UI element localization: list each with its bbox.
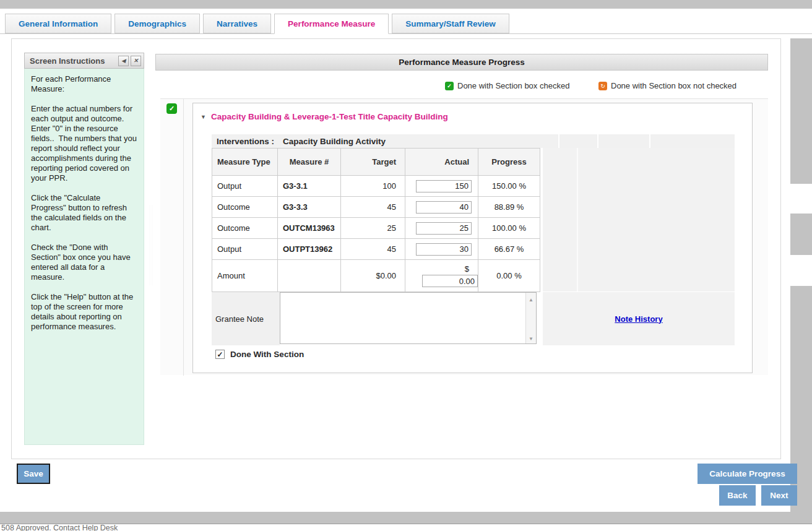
grantee-note-textarea[interactable] bbox=[280, 293, 525, 343]
status-column-divider bbox=[183, 99, 184, 376]
note-history-link[interactable]: Note History bbox=[615, 314, 662, 324]
main-panel-header: Performance Measure Progress bbox=[155, 54, 768, 71]
actual-amount-input[interactable] bbox=[422, 275, 478, 287]
legend-checked-label: Done with Section box checked bbox=[457, 81, 569, 90]
progress-cell: 100.00 % bbox=[478, 218, 540, 239]
actual-input[interactable] bbox=[416, 201, 472, 214]
tab-label: Narratives bbox=[217, 19, 257, 28]
measure-type-cell: Amount bbox=[212, 260, 278, 292]
measure-number-cell: G3-3.3 bbox=[278, 197, 341, 218]
section-unchecked-icon bbox=[598, 82, 607, 90]
interventions-cell-gap bbox=[649, 134, 650, 148]
target-cell: 45 bbox=[341, 239, 405, 260]
measure-type-cell: Outcome bbox=[212, 197, 278, 218]
actual-cell bbox=[405, 197, 478, 218]
actual-cell: $ bbox=[405, 260, 478, 292]
grantee-note-box bbox=[280, 292, 537, 344]
collapse-panel-button[interactable] bbox=[118, 56, 129, 66]
textarea-scrollbar[interactable] bbox=[525, 293, 536, 343]
interventions-value: Capacity Building Activity bbox=[283, 137, 386, 146]
target-cell: 45 bbox=[341, 197, 405, 218]
measure-type-cell: Output bbox=[212, 239, 278, 260]
done-with-section-row: Done With Section bbox=[215, 350, 304, 359]
tab-narratives[interactable]: Narratives bbox=[203, 14, 271, 33]
instruction-paragraph: Enter the actual numbers for each output… bbox=[31, 104, 137, 183]
tabbar: General Information Demographics Narrati… bbox=[5, 14, 509, 34]
screen-instructions-header: Screen Instructions bbox=[24, 53, 144, 69]
bottom-chrome-bar bbox=[0, 512, 812, 524]
interventions-cell-gap bbox=[558, 134, 559, 148]
content-frame: Screen Instructions For each Performance… bbox=[11, 38, 781, 459]
save-button[interactable]: Save bbox=[17, 464, 50, 484]
tab-summary-staff-review[interactable]: Summary/Staff Review bbox=[392, 14, 509, 33]
measure-number-cell: OUTCM13963 bbox=[278, 218, 341, 239]
progress-cell: 88.89 % bbox=[478, 197, 540, 218]
col-header-measure-number: Measure # bbox=[278, 149, 341, 176]
col-header-target: Target bbox=[341, 149, 405, 176]
scroll-down-icon[interactable] bbox=[529, 333, 533, 342]
legend-not-checked-label: Done with Section box not checked bbox=[611, 81, 736, 90]
measure-type-cell: Output bbox=[212, 176, 278, 197]
col-header-progress: Progress bbox=[478, 149, 540, 176]
empty-columns-panel bbox=[543, 148, 735, 291]
screen-instructions-title: Screen Instructions bbox=[30, 56, 116, 66]
progress-cell: 0.00 % bbox=[478, 260, 540, 292]
right-band-notch bbox=[790, 255, 812, 286]
scroll-up-icon[interactable] bbox=[529, 294, 533, 303]
calculate-progress-button[interactable]: Calculate Progress bbox=[696, 464, 797, 484]
actual-input[interactable] bbox=[416, 222, 472, 235]
measure-section-panel: Capacity Building & Leverage-1-Test Titl… bbox=[192, 103, 753, 373]
close-panel-button[interactable] bbox=[131, 56, 141, 66]
section-title[interactable]: Capacity Building & Leverage-1-Test Titl… bbox=[211, 112, 448, 121]
tab-performance-measure[interactable]: Performance Measure bbox=[274, 14, 389, 34]
measures-table: Measure Type Measure # Target Actual Pro… bbox=[212, 148, 540, 292]
page-title: Performance Measure Progress bbox=[399, 58, 524, 67]
top-chrome-strip bbox=[0, 0, 812, 9]
measure-number-cell: OUTPT13962 bbox=[278, 239, 341, 260]
screen-instructions-panel: Screen Instructions For each Performance… bbox=[24, 53, 144, 445]
interventions-label: Interventions : bbox=[217, 137, 274, 146]
progress-cell: 150.00 % bbox=[478, 176, 540, 197]
actual-input[interactable] bbox=[416, 243, 472, 256]
back-button[interactable]: Back bbox=[717, 485, 756, 506]
panel-splitter[interactable] bbox=[149, 205, 154, 285]
actual-cell bbox=[405, 176, 478, 197]
next-button[interactable]: Next bbox=[759, 485, 797, 506]
screen-instructions-body: For each Performance Measure: Enter the … bbox=[24, 69, 144, 445]
legend-not-checked: Done with Section box not checked bbox=[598, 81, 736, 90]
footer-links[interactable]: 508 Approved. Contact Help Desk bbox=[1, 524, 118, 531]
tab-label: Demographics bbox=[128, 19, 186, 28]
target-cell: 25 bbox=[341, 218, 405, 239]
target-cell: 100 bbox=[341, 176, 405, 197]
instruction-paragraph: Click the "Help" button at the top of th… bbox=[31, 292, 137, 332]
done-with-section-label: Done With Section bbox=[230, 350, 304, 359]
progress-cell: 66.67 % bbox=[478, 239, 540, 260]
grantee-note-label: Grantee Note bbox=[212, 292, 280, 345]
actual-input[interactable] bbox=[416, 180, 472, 192]
instruction-paragraph: For each Performance Measure: bbox=[31, 74, 137, 94]
actual-cell bbox=[405, 239, 478, 260]
instruction-paragraph: Click the "Calculate Progress" button to… bbox=[31, 193, 137, 233]
legend-checked: Done with Section box checked bbox=[445, 81, 569, 90]
right-band-notch bbox=[790, 184, 812, 214]
note-history-cell: Note History bbox=[543, 292, 735, 345]
triangle-down-icon[interactable] bbox=[201, 114, 206, 120]
tab-demographics[interactable]: Demographics bbox=[114, 14, 200, 33]
target-cell: $0.00 bbox=[341, 260, 405, 292]
section-done-icon bbox=[166, 103, 177, 114]
tab-label: Performance Measure bbox=[288, 19, 375, 28]
tab-label: Summary/Staff Review bbox=[405, 19, 496, 28]
done-with-section-checkbox[interactable] bbox=[215, 350, 225, 359]
col-header-measure-type: Measure Type bbox=[212, 149, 278, 176]
section-checked-icon bbox=[445, 82, 454, 90]
measure-number-cell bbox=[278, 260, 341, 292]
measure-type-cell: Outcome bbox=[212, 218, 278, 239]
tab-general-information[interactable]: General Information bbox=[5, 14, 111, 33]
left-arrow-icon bbox=[121, 58, 126, 64]
close-icon bbox=[134, 58, 139, 64]
actual-cell bbox=[405, 218, 478, 239]
instruction-paragraph: Check the "Done with Section" box once y… bbox=[31, 243, 137, 282]
col-header-actual: Actual bbox=[405, 149, 478, 176]
interventions-bar: Interventions : Capacity Building Activi… bbox=[212, 134, 735, 148]
dollar-prefix: $ bbox=[465, 264, 478, 274]
